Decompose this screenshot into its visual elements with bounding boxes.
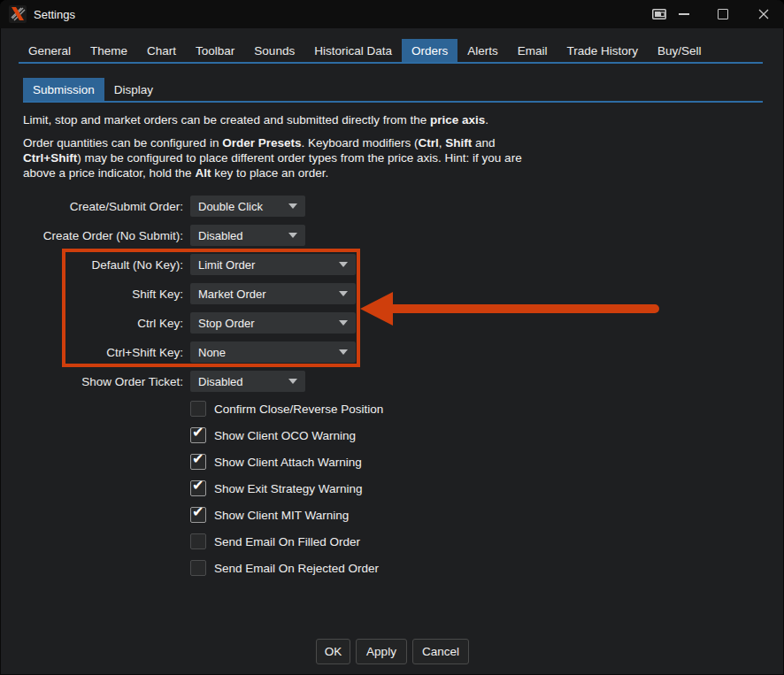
main-tab-bar: General Theme Chart Toolbar Sounds Histo…	[19, 39, 711, 63]
checkbox-row-confirm-close-reverse: ✔ Confirm Close/Reverse Position	[190, 401, 383, 417]
check-icon: ✔	[192, 504, 204, 520]
chevron-down-icon	[339, 349, 348, 355]
field-label: Shift Key:	[19, 288, 183, 301]
ok-button[interactable]: OK	[316, 639, 350, 664]
dropdown-value: None	[198, 346, 226, 359]
main-tab-underline	[19, 62, 763, 64]
check-icon: ✔	[192, 478, 204, 494]
chevron-down-icon	[339, 262, 348, 267]
shift-key-select[interactable]: Market Order	[190, 283, 356, 304]
checkbox[interactable]: ✔	[190, 560, 206, 576]
field-show-order-ticket: Show Order Ticket: Disabled	[19, 371, 305, 392]
checkbox[interactable]: ✔	[190, 401, 206, 417]
field-create-order-no-submit: Create Order (No Submit): Disabled	[19, 225, 305, 246]
dropdown-value: Stop Order	[198, 317, 255, 330]
settings-window: Settings General Theme Chart Toolbar Sou…	[0, 0, 784, 675]
intro-paragraph-2-line3: above a price indicator, hold the Alt ke…	[23, 166, 328, 180]
ctrl-shift-key-select[interactable]: None	[190, 341, 356, 363]
check-icon: ✔	[192, 425, 204, 441]
chevron-down-icon	[288, 203, 297, 209]
checkbox-row-email-rejected-order: ✔ Send Email On Rejected Order	[190, 560, 379, 576]
checkbox-label: Show Client MIT Warning	[214, 509, 349, 522]
chevron-down-icon	[288, 233, 297, 238]
checkbox-label: Send Email On Filled Order	[214, 535, 360, 548]
tab-historical-data[interactable]: Historical Data	[304, 39, 402, 63]
tab-trade-history[interactable]: Trade History	[557, 39, 648, 63]
close-icon	[758, 9, 769, 19]
tab-theme[interactable]: Theme	[81, 39, 137, 63]
tab-alerts[interactable]: Alerts	[457, 39, 508, 63]
tab-chart[interactable]: Chart	[137, 39, 186, 63]
highlight-arrow-icon	[360, 292, 393, 326]
checkbox-row-client-mit-warning: ✔ Show Client MIT Warning	[190, 507, 349, 523]
cancel-button[interactable]: Cancel	[412, 639, 469, 664]
tab-general[interactable]: General	[19, 39, 81, 63]
tab-sounds[interactable]: Sounds	[244, 39, 304, 63]
chevron-down-icon	[339, 320, 348, 326]
intro-paragraph-2-line2: Ctrl+Shift) may be configured to place d…	[23, 151, 522, 165]
create-submit-order-select[interactable]: Double Click	[190, 196, 305, 217]
window-title: Settings	[34, 8, 75, 21]
checkbox-label: Show Exit Strategy Warning	[214, 482, 363, 495]
check-icon: ✔	[192, 451, 204, 467]
tab-toolbar[interactable]: Toolbar	[186, 39, 244, 63]
maximize-icon	[718, 9, 728, 19]
checkbox[interactable]: ✔	[190, 480, 206, 496]
field-label: Create/Submit Order:	[19, 200, 183, 213]
checkbox[interactable]: ✔	[190, 533, 206, 549]
minimize-button[interactable]	[665, 0, 703, 28]
dropdown-value: Double Click	[198, 200, 263, 213]
checkbox-row-exit-strategy-warning: ✔ Show Exit Strategy Warning	[190, 480, 363, 496]
checkbox-label: Send Email On Rejected Order	[214, 562, 379, 575]
checkbox-row-client-attach-warning: ✔ Show Client Attach Warning	[190, 454, 362, 470]
subtab-display[interactable]: Display	[104, 78, 163, 102]
dropdown-value: Disabled	[198, 229, 243, 242]
checkbox[interactable]: ✔	[190, 454, 206, 470]
tab-buy-sell[interactable]: Buy/Sell	[648, 39, 711, 63]
field-label: Show Order Ticket:	[19, 375, 183, 388]
close-button[interactable]	[745, 0, 782, 28]
show-order-ticket-select[interactable]: Disabled	[190, 371, 305, 392]
maximize-button[interactable]	[704, 0, 742, 28]
field-create-submit-order: Create/Submit Order: Double Click	[19, 196, 305, 217]
app-logo-icon	[9, 5, 27, 23]
sub-tab-underline	[23, 101, 763, 103]
intro-paragraph-1: Limit, stop and market orders can be cre…	[23, 113, 488, 127]
sub-tab-bar: Submission Display	[23, 78, 163, 102]
dropdown-value: Market Order	[198, 288, 266, 301]
ctrl-key-select[interactable]: Stop Order	[190, 312, 356, 334]
field-label: Default (No Key):	[19, 258, 183, 272]
create-order-no-submit-select[interactable]: Disabled	[190, 225, 305, 246]
titlebar: Settings	[0, 0, 784, 28]
checkbox-label: Show Client OCO Warning	[214, 429, 356, 442]
field-ctrl-key: Ctrl Key: Stop Order	[19, 312, 356, 334]
checkbox-row-client-oco-warning: ✔ Show Client OCO Warning	[190, 427, 356, 443]
field-shift-key: Shift Key: Market Order	[19, 283, 356, 304]
intro-paragraph-2-line1: Order quantities can be configured in Or…	[23, 136, 496, 150]
checkbox[interactable]: ✔	[190, 427, 206, 443]
field-default-no-key: Default (No Key): Limit Order	[19, 254, 356, 275]
checkbox-label: Confirm Close/Reverse Position	[214, 403, 383, 416]
field-label: Ctrl+Shift Key:	[19, 346, 183, 359]
minimize-icon	[679, 13, 689, 15]
subtab-submission[interactable]: Submission	[23, 78, 104, 102]
field-ctrl-shift-key: Ctrl+Shift Key: None	[19, 341, 356, 363]
dropdown-value: Disabled	[198, 375, 243, 388]
field-label: Create Order (No Submit):	[19, 229, 183, 242]
checkbox-row-email-filled-order: ✔ Send Email On Filled Order	[190, 533, 360, 549]
dropdown-value: Limit Order	[198, 258, 255, 272]
tab-email[interactable]: Email	[508, 39, 557, 63]
checkbox[interactable]: ✔	[190, 507, 206, 523]
chevron-down-icon	[288, 379, 297, 384]
default-no-key-select[interactable]: Limit Order	[190, 254, 356, 275]
highlight-arrow-shaft	[392, 304, 659, 313]
field-label: Ctrl Key:	[19, 317, 183, 330]
chevron-down-icon	[339, 291, 348, 296]
tab-orders[interactable]: Orders	[402, 39, 457, 63]
checkbox-label: Show Client Attach Warning	[214, 456, 362, 469]
apply-button[interactable]: Apply	[356, 639, 407, 664]
